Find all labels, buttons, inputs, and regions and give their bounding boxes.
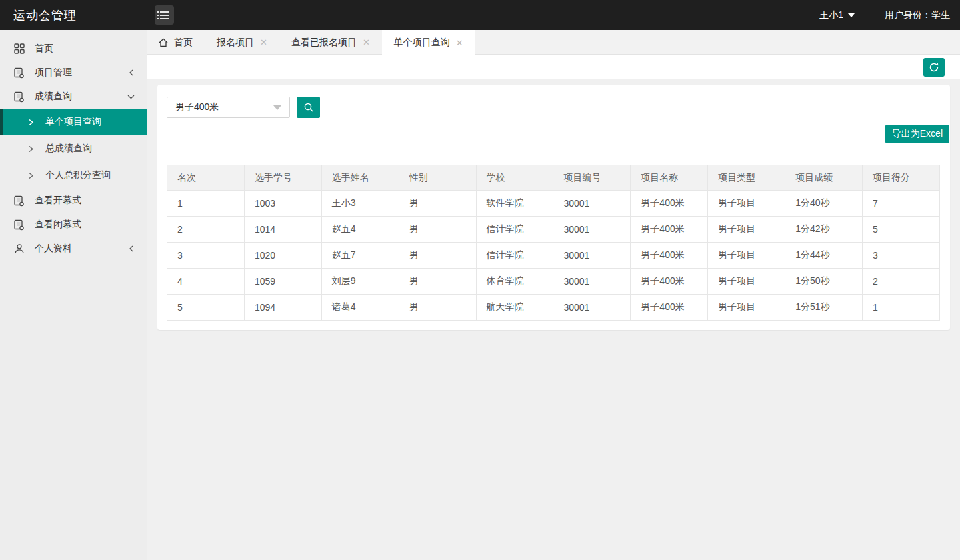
cell-event-type: 男子项目	[708, 295, 785, 321]
sidebar-item-closing-ceremony[interactable]: 查看闭幕式	[0, 213, 147, 237]
col-header-result: 项目成绩	[785, 165, 863, 191]
cell-student-id: 1020	[244, 243, 321, 269]
user-menu[interactable]: 王小1	[819, 9, 855, 21]
event-select-value: 男子400米	[175, 101, 219, 113]
tab-home[interactable]: 首页	[147, 30, 205, 55]
cell-student-id: 1094	[244, 295, 321, 321]
cell-student-id: 1014	[244, 217, 321, 243]
cell-event-id: 30001	[553, 269, 631, 295]
cell-gender: 男	[399, 243, 476, 269]
export-excel-button[interactable]: 导出为Excel	[885, 125, 949, 143]
cell-event-id: 30001	[553, 243, 631, 269]
cell-rank: 5	[167, 295, 245, 321]
cell-event-id: 30001	[553, 191, 631, 217]
query-card: 男子400米 导出为Excel 名次 选手学号 选手姓名 性别 学校 项目	[157, 85, 950, 330]
caret-down-icon	[848, 13, 855, 17]
cell-gender: 男	[399, 217, 476, 243]
cell-event-type: 男子项目	[708, 191, 785, 217]
tab-view-signed-events[interactable]: 查看已报名项目 ✕	[279, 30, 382, 55]
cell-event-type: 男子项目	[708, 217, 785, 243]
cell-result: 1分40秒	[785, 191, 863, 217]
cell-event-name: 男子400米	[631, 217, 708, 243]
event-select[interactable]: 男子400米	[167, 97, 290, 118]
form-icon	[13, 219, 25, 231]
tab-label: 报名项目	[217, 37, 254, 49]
cell-points: 1	[863, 295, 940, 321]
chevron-right-icon	[28, 145, 34, 153]
sidebar-toggle-button[interactable]	[155, 5, 174, 25]
cell-school: 体育学院	[476, 269, 553, 295]
sidebar-subitem-total-score-query[interactable]: 总成绩查询	[0, 135, 147, 162]
col-header-gender: 性别	[399, 165, 476, 191]
close-icon[interactable]: ✕	[260, 38, 267, 47]
cell-school: 航天学院	[476, 295, 553, 321]
sidebar-subitem-personal-points-query[interactable]: 个人总积分查询	[0, 162, 147, 189]
cell-event-type: 男子项目	[708, 269, 785, 295]
form-icon	[13, 91, 25, 103]
cell-student-id: 1059	[244, 269, 321, 295]
cell-event-id: 30001	[553, 295, 631, 321]
search-icon	[303, 102, 314, 113]
col-header-rank: 名次	[167, 165, 245, 191]
form-icon	[13, 67, 25, 79]
table-header-row: 名次 选手学号 选手姓名 性别 学校 项目编号 项目名称 项目类型 项目成绩 项…	[167, 165, 940, 191]
main-content: 男子400米 导出为Excel 名次 选手学号 选手姓名 性别 学校 项目	[147, 79, 960, 560]
cell-event-type: 男子项目	[708, 243, 785, 269]
cell-name: 诸葛4	[321, 295, 399, 321]
cell-result: 1分42秒	[785, 217, 863, 243]
cell-school: 信计学院	[476, 243, 553, 269]
top-header: 运动会管理 王小1 用户身份：学生	[0, 0, 960, 30]
sidebar-subitem-single-event-query[interactable]: 单个项目查询	[0, 109, 147, 135]
select-caret-icon	[273, 105, 281, 110]
sidebar-item-project-management[interactable]: 项目管理	[0, 61, 147, 85]
cell-points: 5	[863, 217, 940, 243]
cell-gender: 男	[399, 295, 476, 321]
cell-name: 王小3	[321, 191, 399, 217]
user-name: 王小1	[819, 9, 843, 21]
cell-event-name: 男子400米	[631, 243, 708, 269]
col-header-points: 项目得分	[863, 165, 940, 191]
cell-gender: 男	[399, 269, 476, 295]
col-header-event-type: 项目类型	[708, 165, 785, 191]
export-row: 导出为Excel	[167, 125, 949, 143]
col-header-event-id: 项目编号	[553, 165, 631, 191]
tab-label: 查看已报名项目	[291, 37, 357, 49]
cell-rank: 1	[167, 191, 245, 217]
filter-row: 男子400米	[167, 97, 940, 118]
sidebar-item-label: 查看开幕式	[35, 195, 81, 207]
sidebar-item-label: 个人资料	[35, 243, 72, 255]
tab-single-event-query[interactable]: 单个项目查询 ✕	[382, 30, 475, 55]
chevron-left-icon	[128, 69, 135, 76]
col-header-event-name: 项目名称	[631, 165, 708, 191]
close-icon[interactable]: ✕	[363, 38, 370, 47]
page-toolbar	[147, 55, 960, 79]
cell-name: 赵五4	[321, 217, 399, 243]
tab-label: 单个项目查询	[394, 37, 450, 49]
app-title: 运动会管理	[0, 7, 147, 23]
chevron-left-icon	[128, 245, 135, 252]
close-icon[interactable]: ✕	[456, 39, 463, 47]
table-row: 3 1020 赵五7 男 信计学院 30001 男子400米 男子项目 1分44…	[167, 243, 940, 269]
search-button[interactable]	[297, 97, 320, 118]
cell-event-name: 男子400米	[631, 191, 708, 217]
sidebar-subitem-label: 总成绩查询	[45, 143, 92, 155]
table-row: 5 1094 诸葛4 男 航天学院 30001 男子400米 男子项目 1分51…	[167, 295, 940, 321]
home-icon	[159, 38, 168, 47]
tab-bar: 首页 报名项目 ✕ 查看已报名项目 ✕ 单个项目查询 ✕	[147, 30, 960, 55]
cell-rank: 3	[167, 243, 245, 269]
chevron-right-icon	[28, 119, 34, 126]
refresh-icon	[929, 62, 939, 73]
tab-signup-events[interactable]: 报名项目 ✕	[205, 30, 279, 55]
sidebar-item-home[interactable]: 首页	[0, 37, 147, 61]
col-header-school: 学校	[476, 165, 553, 191]
grid-icon	[13, 43, 25, 55]
table-row: 2 1014 赵五4 男 信计学院 30001 男子400米 男子项目 1分42…	[167, 217, 940, 243]
col-header-student-id: 选手学号	[244, 165, 321, 191]
sidebar-item-opening-ceremony[interactable]: 查看开幕式	[0, 189, 147, 213]
sidebar-item-label: 成绩查询	[35, 91, 72, 103]
col-header-name: 选手姓名	[321, 165, 399, 191]
sidebar-item-profile[interactable]: 个人资料	[0, 237, 147, 261]
refresh-button[interactable]	[923, 58, 945, 77]
cell-points: 7	[863, 191, 940, 217]
sidebar-item-score-query[interactable]: 成绩查询	[0, 85, 147, 109]
